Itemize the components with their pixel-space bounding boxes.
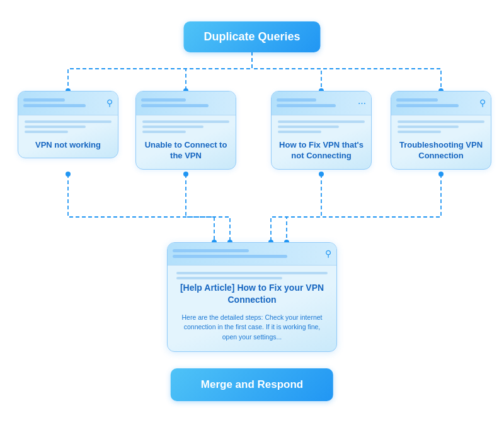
merged-card-body: [Help Article] How to Fix your VPN Conne… [168, 266, 336, 351]
header-line [173, 255, 287, 258]
card-header-lines-3 [277, 98, 355, 107]
merged-card-description: Here are the detailed steps: Check your … [176, 313, 328, 342]
merge-and-respond-button[interactable]: Merge and Respond [171, 368, 333, 401]
query-card-2: Unable to Connect to the VPN [135, 91, 236, 170]
card-body-2: Unable to Connect to the VPN [136, 115, 236, 169]
card-title-2: Unable to Connect to the VPN [142, 139, 229, 161]
header-line [23, 98, 65, 102]
card-header-1: ⚲ [18, 91, 118, 115]
body-line [398, 126, 459, 128]
card-header-lines-1 [23, 98, 106, 107]
body-line [176, 272, 328, 274]
svg-point-5 [183, 172, 188, 177]
body-line [176, 277, 282, 279]
card-body-4: Troubleshooting VPN Connection [391, 115, 491, 169]
card-header-4: ⚲ [391, 91, 491, 115]
card-header-3: ⋯ [272, 91, 371, 115]
diagram: Duplicate Queries ⚲ VPN not working [6, 9, 498, 419]
dots-icon: ⋯ [358, 98, 366, 108]
header-line [173, 249, 249, 252]
body-line [398, 120, 484, 123]
header-line [277, 104, 336, 107]
body-line [142, 120, 229, 123]
header-line [23, 104, 86, 107]
top-node: Duplicate Queries [183, 21, 320, 52]
card-body-3: How to Fix VPN that's not Connecting [272, 115, 371, 169]
merged-card-header: ⚲ [168, 243, 336, 266]
search-icon: ⚲ [479, 98, 486, 108]
svg-point-4 [66, 172, 71, 177]
query-card-1: ⚲ VPN not working [18, 91, 118, 159]
query-card-4: ⚲ Troubleshooting VPN Connection [391, 91, 491, 170]
header-line [141, 104, 209, 107]
card-body-1: VPN not working [18, 115, 118, 158]
body-line [278, 120, 365, 123]
body-line [278, 126, 339, 128]
merged-card: ⚲ [Help Article] How to Fix your VPN Con… [167, 242, 337, 352]
body-line [398, 131, 441, 133]
header-line [141, 98, 186, 102]
body-line [278, 131, 321, 133]
header-line [396, 104, 459, 107]
search-icon: ⚲ [325, 249, 331, 259]
card-header-2 [136, 91, 236, 115]
body-line [25, 131, 68, 133]
svg-point-6 [319, 172, 324, 177]
card-title-1: VPN not working [25, 139, 112, 151]
body-line [25, 126, 86, 128]
search-icon: ⚲ [106, 98, 113, 108]
card-title-3: How to Fix VPN that's not Connecting [278, 139, 365, 161]
header-line [277, 98, 316, 102]
body-line [25, 120, 112, 123]
query-card-3: ⋯ How to Fix VPN that's not Connecting [271, 91, 372, 170]
body-line [142, 126, 203, 128]
body-line [142, 131, 186, 133]
card-header-lines-2 [141, 98, 231, 107]
card-header-lines-4 [396, 98, 479, 107]
svg-point-7 [438, 172, 444, 177]
header-line [396, 98, 438, 102]
merged-card-header-lines [173, 249, 325, 258]
merged-card-title: [Help Article] How to Fix your VPN Conne… [176, 282, 328, 307]
card-title-4: Troubleshooting VPN Connection [398, 139, 484, 161]
